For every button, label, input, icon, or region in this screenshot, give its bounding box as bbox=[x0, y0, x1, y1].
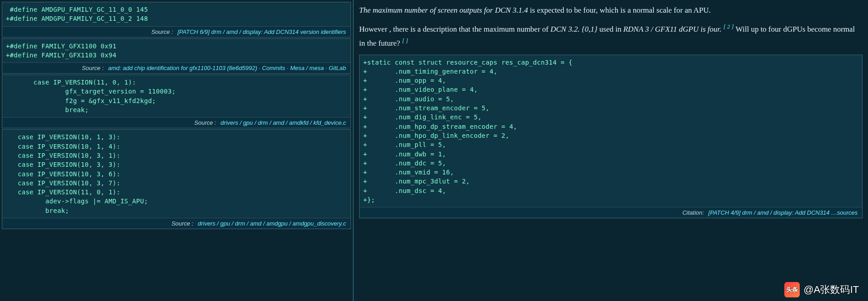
code-footer: Source : amd: add chip identification fo… bbox=[2, 62, 351, 73]
code-panel-4: case IP_VERSION(10, 1, 3): case IP_VERSI… bbox=[2, 129, 351, 229]
prose-italic: RDNA 3 / GFX11 dGPU is four. bbox=[623, 24, 721, 33]
source-link[interactable]: drivers / gpu / drm / amd / amdgpu / amd… bbox=[198, 220, 346, 227]
source-link[interactable]: [PATCH 6/9] drm / amd / display: Add DCN… bbox=[177, 28, 346, 35]
source-link[interactable]: amd: add chip identification for gfx1100… bbox=[108, 65, 346, 71]
citation-link[interactable]: [PATCH 4/9] drm / amd / display: Add DCN… bbox=[708, 209, 858, 216]
code-body: #define AMDGPU_FAMILY_GC_11_0_0 145 +#de… bbox=[2, 2, 351, 26]
prose-text: used in bbox=[598, 24, 623, 33]
code-panel-1: #define AMDGPU_FAMILY_GC_11_0_0 145 +#de… bbox=[2, 2, 351, 38]
code-body: +#define FAMILY_GFX1100 0x91 +#define FA… bbox=[2, 39, 351, 63]
code-footer: Citation: [PATCH 4/9] drm / amd / displa… bbox=[360, 207, 862, 218]
code-panel-2: +#define FAMILY_GFX1100 0x91 +#define FA… bbox=[2, 38, 351, 74]
footnote-ref[interactable]: [ ] bbox=[402, 37, 408, 44]
code-footer: Source : drivers / gpu / drm / amd / amd… bbox=[2, 117, 351, 128]
prose-text: is expected to be four, which is a norma… bbox=[528, 6, 711, 14]
footnote-ref[interactable]: [ 2 ] bbox=[723, 23, 734, 30]
prose-paragraph-1: The maximum number of screen outputs for… bbox=[359, 4, 863, 17]
citation-label: Citation: bbox=[683, 209, 704, 216]
code-footer: Source : drivers / gpu / drm / amd / amd… bbox=[2, 218, 351, 229]
prose-italic: DCN 3.2. {0,1} bbox=[550, 24, 598, 33]
source-label: Source : bbox=[82, 65, 104, 71]
source-label: Source : bbox=[194, 119, 216, 126]
right-column: The maximum number of screen outputs for… bbox=[354, 0, 868, 301]
prose-italic: The maximum number of screen outputs for… bbox=[359, 6, 528, 14]
source-label: Source : bbox=[151, 28, 173, 35]
code-panel-3: case IP_VERSION(11, 0, 1): gfx_target_ve… bbox=[2, 75, 351, 128]
code-body: +static const struct resource_caps res_c… bbox=[360, 55, 862, 207]
source-label: Source : bbox=[171, 220, 193, 227]
code-panel-right: +static const struct resource_caps res_c… bbox=[359, 55, 863, 219]
code-body: case IP_VERSION(11, 0, 1): gfx_target_ve… bbox=[2, 75, 351, 117]
code-footer: Source : [PATCH 6/9] drm / amd / display… bbox=[2, 26, 351, 37]
prose-text: However , there is a description that th… bbox=[359, 24, 550, 33]
code-body: case IP_VERSION(10, 1, 3): case IP_VERSI… bbox=[2, 130, 351, 218]
prose-paragraph-2: However , there is a description that th… bbox=[359, 22, 863, 50]
source-link[interactable]: drivers / gpu / drm / amd / amdkfd / kfd… bbox=[221, 119, 346, 126]
left-column: #define AMDGPU_FAMILY_GC_11_0_0 145 +#de… bbox=[0, 0, 354, 301]
